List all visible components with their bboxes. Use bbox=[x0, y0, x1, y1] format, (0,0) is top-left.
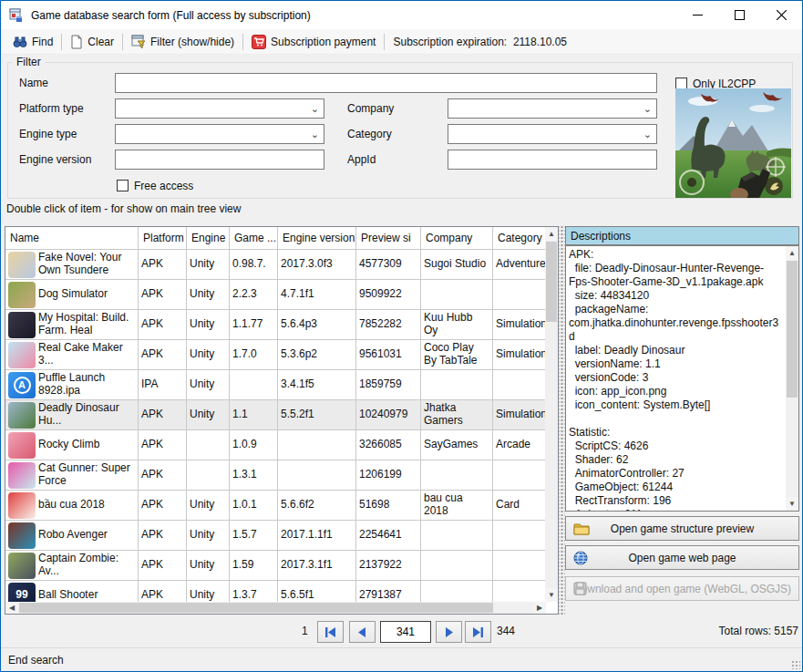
table-row[interactable]: Rocky ClimbAPK1.0.93266085SayGamesArcade bbox=[5, 430, 546, 460]
cell-category bbox=[493, 581, 546, 602]
table-row[interactable]: Robo AvengerAPKUnity1.5.72017.1.1f122546… bbox=[5, 521, 546, 551]
column-header-engine_version[interactable]: Engine version bbox=[278, 227, 356, 249]
download-open-game-button[interactable]: Download and open game (WebGL, OSGJS) bbox=[565, 576, 799, 601]
cell-preview_size: 2137922 bbox=[356, 551, 421, 580]
game-name: My Hospital: Build. Farm. Heal bbox=[38, 312, 135, 337]
column-header-name[interactable]: Name bbox=[5, 227, 139, 249]
cell-engine_version: 5.5.2f1 bbox=[278, 400, 356, 429]
engine-type-select[interactable]: ⌄ bbox=[115, 124, 324, 144]
game-thumbnail-icon bbox=[8, 312, 36, 338]
pagination-bar: 1 344 Total rows: 5157 bbox=[1, 617, 803, 646]
open-structure-preview-button[interactable]: Open game structure preview bbox=[565, 516, 799, 541]
free-access-checkbox[interactable] bbox=[117, 180, 129, 191]
cell-platform: APK bbox=[139, 400, 187, 429]
engine-version-input[interactable] bbox=[115, 150, 324, 170]
maximize-button[interactable] bbox=[718, 1, 760, 29]
open-web-page-button[interactable]: Open game web page bbox=[565, 545, 799, 570]
download-open-game-label: Download and open game (WebGL, OSGJS) bbox=[573, 583, 791, 595]
filter-toggle-button[interactable]: Filter (show/hide) bbox=[126, 32, 240, 52]
table-vertical-scrollbar[interactable]: ▲ ▼ bbox=[545, 227, 558, 602]
table-row[interactable]: APuffle Launch 8928.ipaIPAUnity3.4.1f518… bbox=[5, 370, 546, 400]
column-header-platform[interactable]: Platform bbox=[139, 227, 187, 249]
column-header-company[interactable]: Company bbox=[421, 227, 493, 249]
game-name: Dog Simulator bbox=[38, 288, 135, 301]
table-row[interactable]: Cat Gunner: Super ForceAPK1.3.11206199 bbox=[5, 460, 546, 491]
cell-category: Card bbox=[493, 491, 546, 520]
cell-engine_version: 4.7.1f1 bbox=[278, 280, 356, 309]
previous-page-button[interactable] bbox=[349, 621, 376, 643]
panel-splitter[interactable] bbox=[559, 226, 565, 615]
row-indicator: 1 bbox=[302, 625, 308, 637]
close-button[interactable] bbox=[760, 1, 802, 29]
company-select[interactable]: ⌄ bbox=[448, 98, 657, 119]
find-button[interactable]: Find bbox=[7, 32, 58, 52]
scrollbar-thumb[interactable] bbox=[787, 261, 798, 398]
cell-platform: APK bbox=[139, 430, 187, 460]
platform-type-select[interactable]: ⌄ bbox=[115, 98, 324, 119]
scroll-down-arrow[interactable]: ▼ bbox=[545, 588, 558, 602]
column-header-preview_size[interactable]: Preview si bbox=[356, 227, 421, 249]
appid-input[interactable] bbox=[448, 150, 657, 170]
save-icon bbox=[573, 582, 587, 595]
column-header-category[interactable]: Category bbox=[493, 227, 546, 249]
open-web-page-label: Open game web page bbox=[628, 552, 736, 564]
descriptions-title: Descriptions bbox=[571, 230, 631, 243]
cell-company bbox=[421, 280, 493, 309]
first-page-icon bbox=[324, 627, 336, 637]
table-row[interactable]: Captain Zombie: Av...APKUnity1.592017.3.… bbox=[5, 551, 546, 581]
subscription-payment-button[interactable]: Subscription payment bbox=[246, 32, 381, 52]
binoculars-icon bbox=[13, 35, 27, 49]
scroll-left-arrow[interactable]: ◀ bbox=[5, 602, 18, 614]
game-thumbnail-icon bbox=[8, 522, 36, 549]
column-header-engine[interactable]: Engine bbox=[187, 227, 230, 249]
game-name: Puffle Launch 8928.ipa bbox=[38, 372, 135, 398]
table-body: Fake Novel: Your Own TsundereAPKUnity0.9… bbox=[5, 250, 546, 602]
category-select[interactable]: ⌄ bbox=[448, 124, 657, 144]
name-input[interactable] bbox=[115, 73, 657, 93]
game-name: bầu cua 2018 bbox=[38, 499, 135, 512]
game-preview-image bbox=[675, 88, 791, 198]
cell-platform: APK bbox=[139, 280, 187, 309]
scroll-down-arrow[interactable]: ▼ bbox=[786, 497, 798, 511]
next-page-button[interactable] bbox=[436, 621, 462, 643]
table-row[interactable]: Fake Novel: Your Own TsundereAPKUnity0.9… bbox=[5, 250, 546, 280]
current-page-input[interactable] bbox=[380, 621, 431, 643]
game-thumbnail-icon bbox=[8, 492, 36, 519]
clear-button[interactable]: Clear bbox=[65, 32, 119, 52]
game-name: Rocky Climb bbox=[38, 439, 135, 451]
minimize-button[interactable] bbox=[676, 1, 718, 29]
cell-engine: Unity bbox=[187, 340, 230, 369]
table-row[interactable]: Dog SimulatorAPKUnity2.2.34.7.1f19509922 bbox=[5, 280, 546, 310]
scrollbar-thumb[interactable] bbox=[546, 242, 557, 322]
scroll-right-arrow[interactable]: ▶ bbox=[533, 602, 546, 614]
cell-company bbox=[421, 521, 493, 550]
table-horizontal-scrollbar[interactable]: ◀ ▶ bbox=[5, 602, 546, 614]
table-row[interactable]: Deadly Dinosaur Hu...APKUnity1.15.5.2f11… bbox=[5, 400, 546, 430]
cell-company bbox=[421, 551, 493, 580]
game-name: Captain Zombie: Av... bbox=[38, 553, 135, 578]
cell-category: Simulation bbox=[493, 310, 546, 339]
game-thumbnail-icon bbox=[8, 553, 36, 579]
cell-game_version bbox=[230, 370, 278, 399]
cell-engine: Unity bbox=[187, 310, 230, 339]
scroll-up-arrow[interactable]: ▲ bbox=[545, 227, 558, 241]
column-header-game_version[interactable]: Game ... bbox=[230, 227, 278, 249]
cell-platform: APK bbox=[139, 340, 187, 369]
cell-category bbox=[493, 460, 546, 490]
cell-engine: Unity bbox=[187, 521, 230, 550]
table-row[interactable]: 99Ball ShooterAPKUnity1.3.75.6.5f1279138… bbox=[5, 581, 546, 602]
table-row[interactable]: Real Cake Maker 3...APKUnity1.7.05.3.6p2… bbox=[5, 340, 546, 370]
resize-grip[interactable] bbox=[791, 660, 800, 669]
filter-label: Filter (show/hide) bbox=[150, 36, 234, 48]
cell-category bbox=[493, 551, 546, 580]
scrollbar-thumb[interactable] bbox=[19, 603, 493, 613]
table-row[interactable]: My Hospital: Build. Farm. HealAPKUnity1.… bbox=[5, 310, 546, 340]
table-row[interactable]: bầu cua 2018APKUnity1.0.15.6.6f251698bau… bbox=[5, 491, 546, 521]
cell-game_version: 1.1 bbox=[230, 400, 278, 429]
descriptions-scrollbar[interactable]: ▲ ▼ bbox=[786, 246, 798, 511]
last-page-icon bbox=[472, 627, 484, 637]
first-page-button[interactable] bbox=[317, 621, 344, 643]
last-page-button[interactable] bbox=[465, 621, 491, 643]
scroll-up-arrow[interactable]: ▲ bbox=[786, 246, 798, 260]
cell-preview_size: 1206199 bbox=[356, 460, 421, 490]
